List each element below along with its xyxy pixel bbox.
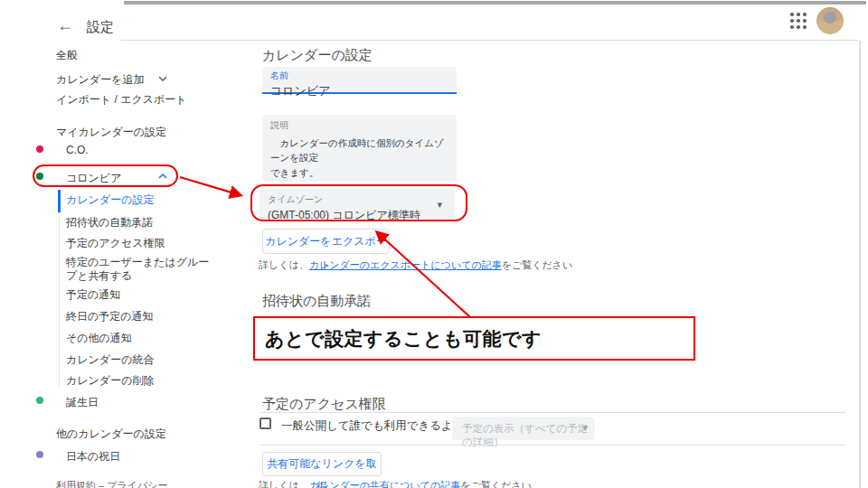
export-calendar-button[interactable]: カレンダーをエクスポート [262, 229, 390, 254]
sidebar-header-my-calendars: マイカレンダーの設定 [56, 125, 166, 140]
main-heading-calendar-settings: カレンダーの設定 [262, 47, 373, 64]
back-icon[interactable]: ← [57, 16, 73, 35]
submenu-guide-line [59, 191, 60, 388]
sidebar-header-other-calendars: 他のカレンダーの設定 [56, 427, 166, 442]
chevron-up-icon [158, 174, 167, 179]
visibility-dropdown[interactable]: 予定の表示（すべての予定の詳細） ▾ [452, 417, 595, 440]
annotation-arrow-callout-to-timezone [377, 232, 470, 317]
dropdown-caret-icon: ▾ [437, 199, 442, 211]
section-divider [259, 412, 845, 413]
sidebar-subitem-calendar-settings[interactable]: カレンダーの設定 [66, 192, 154, 208]
sidebar-item-import-export[interactable]: インポート / エクスポート [56, 92, 187, 108]
visibility-dropdown-value: 予定の表示（すべての予定の詳細） [462, 423, 588, 447]
sidebar-subitem-other-notifications[interactable]: その他の通知 [66, 331, 132, 346]
name-field-value[interactable]: コロンビア [262, 82, 457, 99]
chevron-down-icon [158, 76, 167, 81]
window-top-edge [124, 1, 866, 5]
heading-auto-accept: 招待状の自動承諾 [262, 293, 371, 310]
timezone-value: (GMT-05:00) コロンビア標準時 [259, 206, 455, 223]
sidebar-item-calendar-co[interactable]: C.O. [66, 144, 89, 156]
note-text: 詳しくは、 [259, 480, 309, 488]
heading-access-permissions: 予定のアクセス権限 [262, 396, 386, 413]
sidebar-subitem-allday-notifications[interactable]: 終日の予定の通知 [66, 309, 154, 324]
sidebar-item-japan-holidays[interactable]: 日本の祝日 [66, 449, 120, 465]
active-item-indicator [58, 190, 61, 212]
calendar-color-dot [36, 145, 43, 153]
terms-privacy-links[interactable]: 利用規約 – プライバシー [56, 479, 168, 488]
description-field-value[interactable]: カレンダーの作成時に個別のタイムゾーンを設定 できます。 [262, 132, 457, 180]
share-article-link[interactable]: カレンダーの共有についての記事 [309, 480, 461, 488]
sidebar-subitem-integrate-calendar[interactable]: カレンダーの統合 [66, 352, 154, 368]
calendar-settings-screen: ← 設定 全般 カレンダーを追加 インポート / エクスポート マイカレンダーの… [0, 0, 868, 488]
google-apps-grid-icon[interactable] [790, 13, 807, 29]
public-checkbox[interactable] [259, 418, 271, 429]
sidebar-item-general[interactable]: 全般 [56, 48, 78, 63]
description-field-label: 説明 [262, 115, 457, 132]
sidebar-subitem-remove-calendar[interactable]: カレンダーの削除 [66, 373, 154, 389]
annotation-text: あとで設定することも可能です [255, 318, 693, 359]
scrollbar[interactable] [859, 41, 861, 488]
annotation-callout-box: あとで設定することも可能です [253, 316, 695, 361]
avatar[interactable] [816, 7, 844, 34]
sidebar-item-calendar-colombia[interactable]: コロンビア [66, 171, 121, 186]
section-divider [259, 445, 845, 446]
note-text: をご覧ください [502, 259, 573, 270]
get-shareable-link-button[interactable]: 共有可能なリンクを取得 [262, 452, 382, 476]
description-field[interactable]: 説明 カレンダーの作成時に個別のタイムゾーンを設定 できます。 [262, 115, 457, 182]
timezone-dropdown[interactable]: タイムゾーン (GMT-05:00) コロンビア標準時 ▾ [259, 189, 455, 219]
share-help-note: 詳しくは、カレンダーの共有についての記事をご覧ください [259, 479, 532, 488]
sidebar-subitem-event-notifications[interactable]: 予定の通知 [66, 287, 120, 303]
timezone-label: タイムゾーン [259, 189, 455, 206]
sidebar-subitem-share-specific[interactable]: 特定のユーザーまたはグルー プと共有する [66, 256, 209, 283]
sidebar-subitem-access-permissions[interactable]: 予定のアクセス権限 [66, 236, 165, 251]
name-field[interactable]: 名前 コロンビア [262, 67, 457, 94]
calendar-color-dot [36, 451, 43, 458]
topbar-divider [120, 40, 859, 41]
sidebar-item-birthdays[interactable]: 誕生日 [66, 395, 99, 410]
export-help-note: 詳しくは、カレンダーのエクスポートについての記事をご覧ください [259, 258, 572, 272]
note-text: 詳しくは、 [259, 259, 309, 270]
calendar-color-dot [36, 173, 43, 180]
dropdown-caret-icon: ▾ [582, 422, 588, 434]
sidebar-item-add-calendar[interactable]: カレンダーを追加 [56, 72, 144, 88]
export-article-link[interactable]: カレンダーのエクスポートについての記事 [309, 259, 502, 270]
sidebar-subitem-auto-accept[interactable]: 招待状の自動承諾 [66, 215, 153, 230]
calendar-color-dot [36, 397, 43, 404]
name-field-label: 名前 [262, 67, 457, 82]
annotation-arrow-sidebar-to-timezone [180, 177, 241, 195]
note-text: をご覧ください [460, 480, 532, 488]
page-title: 設定 [87, 19, 114, 36]
